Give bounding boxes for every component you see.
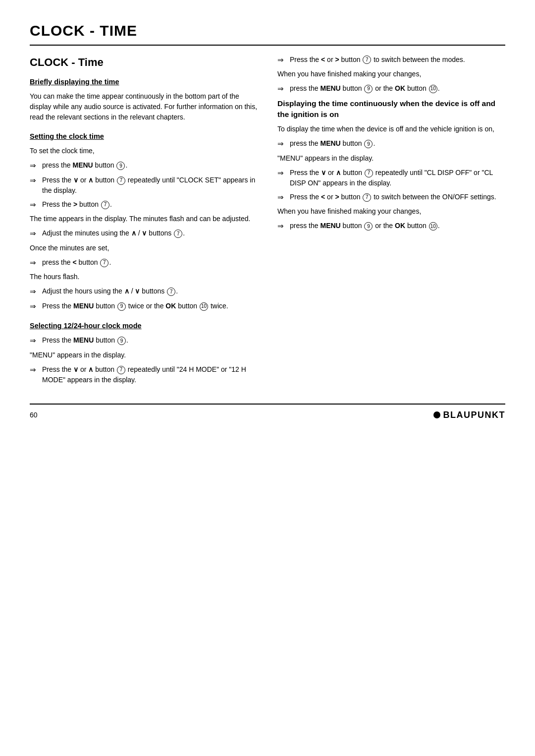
menu-bold-3: MENU [73,336,94,344]
bullet-menu-press-2: ⇒ Press the MENU button 9. [30,335,258,347]
bullet-arrow-r1: ⇒ [277,55,287,66]
bullet-arrow-7: ⇒ [30,301,40,312]
left-sym-1: < [72,258,76,266]
vn-sym-5: ∧ [124,287,129,295]
circle-7-1: 7 [117,176,125,185]
finished-changes-1: When you have finished making your chang… [277,69,505,79]
page-number: 60 [30,410,38,420]
bullet-arrow-1: ⇒ [30,160,40,172]
bullet-vn-text-1: Press the ∨ or ∧ button 7 repeat­edly un… [42,175,258,196]
bullet-arrow-6: ⇒ [30,286,40,297]
menu-bold-r3: MENU [320,222,340,230]
bullet-menu-or-ok-1-text: press the MENU button 9 or the OK button… [290,83,505,94]
page-main-title: CLOCK - TIME [30,20,505,42]
brand-name: BLAUPUNKT [443,408,506,421]
vn-sym-r1: ∨ [321,169,326,176]
bullet-menu-or-ok-2-text: press the MENU button 9 or the OK button… [290,221,505,231]
right-sym-r2: > [335,193,339,201]
bullet-switch-modes: ⇒ Press the < or > button 7 to switch be… [277,55,505,66]
ok-bold-1: OK [165,302,176,310]
bullet-arrow-8: ⇒ [30,335,40,347]
bullet-left-button-text: press the < button 7. [42,257,258,268]
vn-sym-4: ∨ [142,229,147,237]
circle-7-r3: 7 [363,193,371,202]
circle-9-2: 9 [117,302,126,311]
subsection-briefly: Briefly displaying the time You can make… [30,77,258,122]
subsection-briefly-body: You can make the time appear continu­ous… [30,91,258,122]
bullet-menu-or-ok-2: ⇒ press the MENU button 9 or the OK butt… [277,221,505,232]
left-sym-r2: < [321,193,325,201]
finished-changes-2: When you have finished making your chang… [277,206,505,217]
bullet-menu-press-text: press the MENU button 9. [42,160,258,171]
once-minutes-para: Once the minutes are set, [30,243,258,253]
circle-9-r3: 9 [364,222,373,231]
circle-10-1: 10 [200,302,208,311]
bullet-onoff-switch: ⇒ Press the < or > button 7 to switch be… [277,192,505,203]
bullet-arrow-r5: ⇒ [277,192,287,203]
bullet-menu-or-ok-1: ⇒ press the MENU button 9 or the OK butt… [277,83,505,95]
bullet-arrow-3: ⇒ [30,199,40,211]
bold-section-intro: To display the time when the device is o… [277,124,505,134]
bullet-switch-modes-text: Press the < or > button 7 to switch betw… [290,55,505,65]
circle-7-4: 7 [100,259,108,267]
circle-7-2: 7 [101,201,109,209]
circle-9-r1: 9 [364,85,373,93]
bullet-bs-menu: ⇒ press the MENU button 9. [277,138,505,150]
subsection-setting-title: Setting the clock time [30,131,258,142]
bullet-right-arrow: ⇒ Press the > button 7. [30,199,258,211]
bullet-menu-press: ⇒ press the MENU button 9. [30,160,258,172]
bullet-cldisp: ⇒ Press the ∨ or ∧ button 7 repeat­edly … [277,168,505,188]
bullet-arrow-r4: ⇒ [277,168,287,179]
circle-9-3: 9 [117,337,126,345]
bullet-adjust-hours: ⇒ Adjust the hours using the ∧ / ∨ butto… [30,286,258,297]
bullet-24h-mode-text: Press the ∨ or ∧ button 7 repeat­edly un… [42,364,258,385]
vn-sym-3: ∧ [131,229,136,237]
hours-flash-para: The hours flash. [30,272,258,282]
ok-bold-r2: OK [395,222,405,230]
bullet-arrow-5: ⇒ [30,257,40,269]
brand-logo: BLAUPUNKT [433,408,506,421]
bullet-menu-press-2-text: Press the MENU button 9. [42,335,258,346]
right-sym-r1: > [335,56,339,63]
subsection-setting-intro: To set the clock time, [30,146,258,156]
bullet-menu-twice: ⇒ Press the MENU button 9 twice or the O… [30,301,258,312]
subsection-clock-mode-title: Selecting 12/24-hour clock mode [30,321,258,331]
bullet-arrow-r3: ⇒ [277,138,287,150]
vn-sym-6: ∨ [135,287,140,295]
left-sym-r1: < [321,56,325,63]
page-footer: 60 BLAUPUNKT [30,404,505,421]
circle-10-r1: 10 [429,85,437,93]
circle-7-6: 7 [117,366,125,374]
vn-sym-r2: ∧ [336,169,341,176]
bullet-bs-menu-text: press the MENU button 9. [290,138,505,149]
vn-sym-8: ∧ [88,365,93,373]
circle-7-r2: 7 [365,169,373,177]
bold-heading-text: Displaying the time continuously when th… [277,99,495,118]
bullet-adjust-minutes: ⇒ Adjust the minutes using the ∧ / ∨ but… [30,228,258,239]
bullet-cldisp-text: Press the ∨ or ∧ button 7 repeat­edly un… [290,168,505,188]
vn-sym-7: ∨ [73,365,78,373]
right-sym-1: > [73,200,77,208]
title-rule [30,45,505,46]
menu-appears-2: "MENU" appears in the display. [277,153,505,164]
bullet-onoff-switch-text: Press the < or > button 7 to switch betw… [290,192,505,202]
circle-9-1: 9 [116,162,125,170]
circle-9-r2: 9 [364,140,373,148]
section-title: CLOCK - Time [30,55,258,70]
circle-10-r2: 10 [429,222,437,231]
menu-appears-1: "MENU" appears in the display. [30,350,258,360]
menu-bold-r2: MENU [320,139,340,147]
subsection-setting: Setting the clock time To set the clock … [30,131,258,312]
time-appears-para: The time appears in the display. The min… [30,214,258,224]
circle-7-r1: 7 [363,56,371,64]
bullet-adjust-minutes-text: Adjust the minutes using the ∧ / ∨ butto… [42,228,258,238]
bullet-arrow-2: ⇒ [30,175,40,186]
bullet-menu-twice-text: Press the MENU button 9 twice or the OK … [42,301,258,311]
brand-dot-icon [433,411,440,418]
menu-bold-r1: MENU [320,84,340,92]
subsection-briefly-title: Briefly displaying the time [30,77,258,87]
circle-7-5: 7 [167,288,175,296]
menu-bold-2: MENU [73,302,94,310]
right-column: ⇒ Press the < or > button 7 to switch be… [277,55,505,389]
bullet-arrow-r6: ⇒ [277,221,287,232]
